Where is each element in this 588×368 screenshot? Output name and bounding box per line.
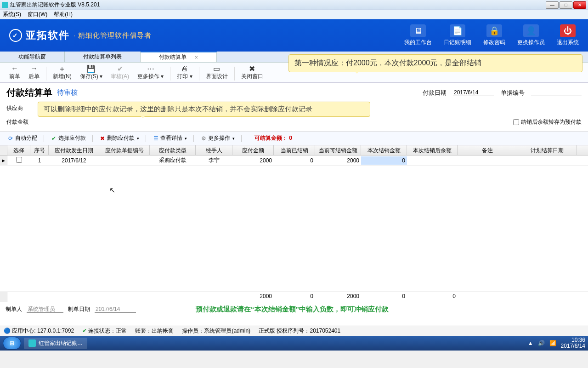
doc-no-label: 单据编号	[501, 89, 525, 97]
supplier-label: 供应商	[6, 104, 23, 112]
maximize-button[interactable]: □	[560, 1, 572, 9]
pay-date-input[interactable]	[453, 89, 494, 96]
window-title: 红管家出纳记账软件专业版 V8.5.201	[10, 1, 546, 9]
header-icon: 🖥	[410, 24, 426, 37]
toolbar-后单[interactable]: →后单	[25, 64, 43, 80]
tray-icon[interactable]: 🔊	[538, 340, 545, 346]
toolbar-前单[interactable]: ←前单	[6, 64, 24, 80]
auto-alloc-button[interactable]: ⟳自动分配	[5, 133, 40, 143]
table-row[interactable]: ▶ 1 2017/6/12 采购应付款 李宁 2000 0 2000 0	[0, 155, 588, 166]
app-icon	[2, 2, 8, 8]
doc-no-input[interactable]	[531, 89, 582, 96]
toolbar-icon: ←	[11, 64, 18, 73]
row-select-checkbox[interactable]	[16, 157, 22, 163]
tab-0[interactable]: 功能导航窗	[0, 52, 65, 62]
view-detail-button[interactable]: ☰查看详情▾	[150, 133, 190, 143]
menu-system[interactable]: 系统(S)	[3, 11, 21, 18]
maker-label: 制单人	[6, 305, 22, 313]
toolbar-审核(A): ✔审核(A)	[107, 64, 133, 80]
select-payable-button[interactable]: ✔选择应付款	[48, 133, 89, 143]
pay-amount-label: 付款金额	[6, 118, 28, 126]
toolbar-icon: 🖨	[181, 64, 188, 73]
taskbar-clock[interactable]: 10:36 2017/6/14	[561, 337, 585, 349]
this-settle-amount-cell[interactable]: 0	[361, 156, 407, 165]
grid-summary-row: 2000 0 2000 0 0	[0, 292, 588, 302]
row-indicator-icon: ▶	[0, 155, 7, 165]
toolbar-关闭窗口[interactable]: ✖关闭窗口	[237, 64, 267, 80]
logo-icon: ✓	[9, 29, 22, 42]
start-button[interactable]: ⊞	[3, 337, 21, 350]
toolbar-保存(S)[interactable]: 💾保存(S) ▾	[76, 64, 106, 80]
toolbar-更多操作[interactable]: ⋯更多操作 ▾	[134, 64, 167, 80]
toolbar-icon: 💾	[86, 64, 96, 73]
footer-panel: 制单人 制单日期 预付款或退款请在“本次结销金额”中输入负数，即可冲销应付款	[0, 302, 588, 316]
toolbar-icon: ⋯	[147, 64, 154, 73]
menubar: 系统(S) 窗口(W) 帮助(H)	[0, 10, 588, 19]
tray-icon[interactable]: 📶	[549, 340, 556, 346]
taskbar-app[interactable]: 红管家出纳记账…	[24, 338, 87, 349]
make-date-label: 制单日期	[68, 305, 90, 313]
windows-taskbar: ⊞ 红管家出纳记账… ▲ 🔊 📶 10:36 2017/6/14	[0, 336, 588, 351]
grid-toolbar: ⟳自动分配 ✔选择应付款 ✖删除应付款▾ ☰查看详情▾ ⚙更多操作▾ 可结算金额…	[0, 132, 588, 145]
toolbar-icon: →	[30, 64, 38, 73]
toolbar-icon: ✖	[249, 64, 255, 73]
footer-hint: 预付款或退款请在“本次结销金额”中输入负数，即可冲销应付款	[196, 305, 389, 314]
license-status: 正式版 授权序列号：2017052401	[259, 327, 340, 335]
system-tray[interactable]: ▲ 🔊 📶 10:36 2017/6/14	[528, 337, 585, 349]
make-date-input[interactable]	[95, 306, 136, 313]
carry-balance-label: 结销后余额转存为预付款	[521, 118, 582, 126]
more-actions-button[interactable]: ⚙更多操作▾	[198, 133, 237, 143]
carry-balance-checkbox[interactable]	[513, 119, 519, 125]
menu-window[interactable]: 窗口(W)	[28, 11, 47, 18]
app-header: ✓ 亚拓软件 · 精细化管理软件倡导者 🖥我的工作台📄日记账明细🔒修改密码👤更换…	[0, 19, 588, 52]
tab-close-icon[interactable]: ×	[195, 54, 198, 61]
close-button[interactable]: ✕	[573, 1, 586, 9]
header-button-4[interactable]: ⏻退出系统	[557, 24, 579, 46]
tab-2[interactable]: 付款结算单×	[141, 52, 217, 62]
tray-icon[interactable]: ▲	[528, 340, 533, 346]
app-center-status: 🔵 应用中心: 127.0.0.1:7092	[4, 327, 74, 335]
brand-name: 亚拓软件	[26, 29, 70, 42]
toolbar-icon: ✔	[117, 64, 123, 73]
connection-status: ✔ 连接状态：正常	[82, 327, 127, 335]
toolbar-打印[interactable]: 🖨打印 ▾	[173, 64, 196, 80]
window-titlebar: 红管家出纳记账软件专业版 V8.5.201 — □ ✕	[0, 0, 588, 10]
status-badge: 待审核	[57, 88, 78, 97]
grid-header: 选择 序号 应付款发生日期 应付款单据编号 应付款类型 经手人 应付金额 当前已…	[0, 145, 588, 155]
minimize-button[interactable]: —	[546, 1, 559, 9]
header-icon: 👤	[523, 24, 539, 37]
header-icon: 📄	[450, 24, 465, 37]
toolbar-icon: ▭	[213, 64, 220, 73]
header-button-1[interactable]: 📄日记账明细	[444, 24, 471, 46]
operator-status: 操作员：系统管理员(admin)	[182, 327, 250, 335]
toolbar-icon: ＋	[58, 64, 66, 73]
tab-1[interactable]: 付款结算单列表	[65, 52, 141, 62]
header-icon: ⏻	[560, 24, 576, 37]
menu-help[interactable]: 帮助(H)	[54, 11, 73, 18]
form-panel: 付款结算单 待审核 付款日期 单据编号 供应商 可以删除明细中的应付款记录，这里…	[0, 83, 588, 132]
status-bar: 🔵 应用中心: 127.0.0.1:7092 ✔ 连接状态：正常 账套：出纳帐套…	[0, 326, 588, 336]
header-button-0[interactable]: 🖥我的工作台	[404, 24, 432, 46]
pay-date-label: 付款日期	[423, 89, 447, 97]
tooltip-callout-top: 第一种情况应：付2000元，本次付款2000元，是全部结销	[288, 54, 582, 72]
delete-payable-button[interactable]: ✖删除应付款▾	[96, 133, 142, 143]
main-toolbar: 第一种情况应：付2000元，本次付款2000元，是全部结销 ←前单→后单＋新增(…	[0, 63, 588, 83]
header-button-3[interactable]: 👤更换操作员	[517, 24, 545, 46]
maker-input[interactable]	[27, 306, 63, 313]
book-status: 账套：出纳帐套	[135, 327, 174, 335]
tooltip-callout-mid: 可以删除明细中的应付款记录，这里的删除只是本次不结销，并不会实际删除应付款记录	[38, 102, 370, 117]
header-icon: 🔒	[486, 24, 502, 37]
toolbar-界面设计[interactable]: ▭界面设计	[202, 64, 232, 80]
toolbar-新增(N)[interactable]: ＋新增(N)	[49, 64, 75, 80]
settle-amount-label: 可结算金额： 0	[254, 134, 292, 142]
brand-slogan: · 精细化管理软件倡导者	[74, 31, 152, 40]
detail-grid: 选择 序号 应付款发生日期 应付款单据编号 应付款类型 经手人 应付金额 当前已…	[0, 145, 588, 302]
brand-logo: ✓ 亚拓软件 · 精细化管理软件倡导者	[9, 29, 152, 42]
header-button-2[interactable]: 🔒修改密码	[483, 24, 505, 46]
page-title: 付款结算单	[6, 86, 52, 99]
